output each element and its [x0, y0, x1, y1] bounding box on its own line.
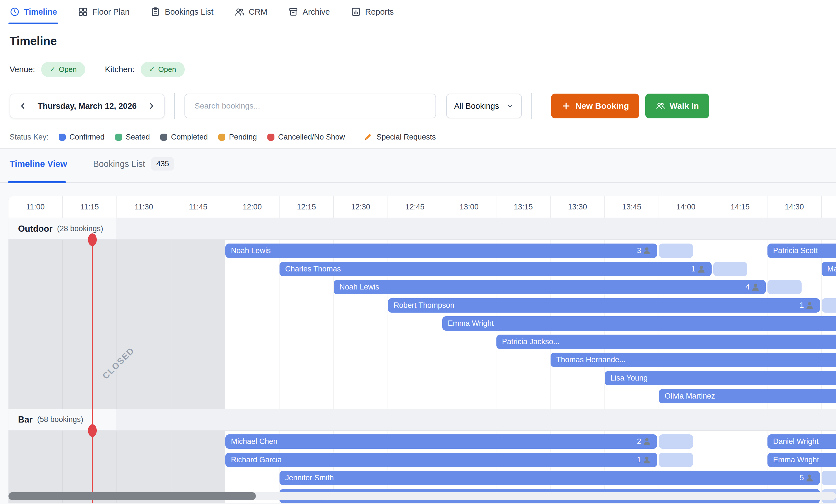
booking-guest-name: Charles Thomas	[285, 265, 691, 273]
plus-icon	[561, 101, 571, 111]
tab-timeline-view[interactable]: Timeline View	[10, 159, 67, 169]
booking-bar[interactable]: Michael Chen2	[225, 434, 658, 449]
closed-area	[8, 240, 225, 409]
time-header-cell: 12:00	[225, 196, 280, 218]
booking-buffer-extension	[713, 262, 747, 276]
section-booking-count: (28 bookings)	[57, 225, 103, 233]
divider	[174, 93, 175, 119]
booking-bar[interactable]: Robert Thompson1	[388, 298, 820, 313]
status-key: Status Key:ConfirmedSeatedCompletedPendi…	[0, 133, 836, 141]
booking-guest-name: Emma Wright	[773, 455, 836, 464]
booking-bar[interactable]: Patricia Jackso...	[496, 335, 836, 349]
chevron-down-icon	[506, 102, 514, 110]
booking-guest-name: Jennifer Smith	[285, 473, 800, 482]
section-label: Outdoor(28 bookings)	[8, 218, 116, 239]
time-header-cell: 13:00	[442, 196, 496, 218]
nav-tab-bookings-list[interactable]: Bookings List	[150, 0, 213, 24]
status-key-item-confirmed: Confirmed	[59, 133, 104, 141]
booking-bar[interactable]: Jennifer Smith5	[280, 471, 820, 485]
guest-icon	[805, 301, 814, 310]
users-icon	[234, 7, 245, 17]
booking-guest-name: Noah Lewis	[231, 246, 637, 255]
time-header-cell	[822, 196, 836, 218]
booking-buffer-extension	[659, 244, 693, 258]
floor-plan-icon	[78, 7, 88, 17]
timeline-workspace: Timeline View Bookings List 435 11:0011:…	[0, 149, 836, 504]
booking-guest-name: Patricia Scott	[773, 246, 836, 255]
check-icon: ✓	[50, 65, 55, 73]
booking-guest-name: Daniel Wright	[773, 437, 836, 446]
guest-icon	[697, 265, 706, 274]
nav-tab-crm[interactable]: CRM	[234, 0, 267, 24]
bookings-filter-select[interactable]: All Bookings	[446, 94, 522, 118]
booking-bar[interactable]: Daniel Wright	[767, 434, 836, 449]
new-booking-button[interactable]: New Booking	[551, 94, 639, 118]
status-key-label: Status Key:	[10, 133, 49, 141]
time-header: 11:0011:1511:3011:4512:0012:1512:3012:45…	[8, 196, 836, 218]
booking-guest-name: Patricia Jackso...	[502, 337, 836, 346]
horizontal-scrollbar-thumb[interactable]	[8, 492, 256, 500]
booking-buffer-extension	[659, 434, 693, 449]
party-size: 3	[637, 246, 651, 255]
nav-tab-archive[interactable]: Archive	[288, 0, 330, 24]
current-date[interactable]: Thursday, March 12, 2026	[27, 101, 147, 111]
guest-icon	[642, 437, 651, 446]
booking-bar[interactable]: Olivia Martinez	[659, 389, 836, 403]
section-header-bar: Bar(58 bookings)	[8, 409, 836, 431]
time-header-cell: 11:00	[8, 196, 63, 218]
party-size: 1	[691, 265, 706, 274]
section-header-outdoor: Outdoor(28 bookings)	[8, 218, 836, 240]
walk-in-users-icon	[656, 101, 665, 111]
booking-bar[interactable]: Charles Thomas1	[280, 262, 711, 276]
guest-icon	[642, 455, 651, 465]
divider	[95, 61, 95, 78]
tab-bookings-list[interactable]: Bookings List 435	[93, 157, 174, 171]
archive-icon	[288, 7, 299, 17]
booking-bar[interactable]: Noah Lewis4	[334, 280, 766, 294]
time-header-cell: 11:45	[171, 196, 225, 218]
guest-icon	[642, 246, 651, 255]
section-label: Bar(58 bookings)	[8, 409, 116, 430]
status-key-item-cancelled-no-show: Cancelled/No Show	[267, 133, 345, 141]
status-dot	[160, 134, 167, 141]
booking-bar[interactable]: Thomas Hernande...	[551, 353, 836, 367]
booking-guest-name: Robert Thompson	[394, 301, 800, 310]
clipboard-icon	[150, 7, 160, 17]
status-dot	[59, 134, 66, 141]
booking-guest-name: Lisa Young	[610, 374, 836, 383]
booking-bar[interactable]: Lisa Young	[605, 371, 836, 385]
nav-tab-timeline[interactable]: Timeline	[10, 0, 57, 24]
party-size: 2	[637, 437, 651, 446]
kitchen-label: Kitchen:	[105, 65, 135, 74]
booking-bar[interactable]: Mat	[822, 262, 836, 276]
booking-app: TimelineFloor PlanBookings ListCRMArchiv…	[0, 0, 836, 504]
booking-bar[interactable]: Noah Lewis3	[225, 244, 658, 258]
booking-bar[interactable]: Emma Wright	[442, 316, 836, 331]
chevron-right-icon[interactable]	[147, 101, 156, 111]
page-title: Timeline	[10, 34, 836, 48]
date-navigator: Thursday, March 12, 2026	[10, 94, 165, 118]
bookings-count-badge: 435	[151, 157, 174, 171]
check-icon: ✓	[149, 65, 155, 73]
nav-tab-reports[interactable]: Reports	[351, 0, 394, 24]
booking-guest-name: Richard Garcia	[231, 455, 637, 464]
search-input[interactable]	[185, 94, 436, 118]
status-dot	[218, 134, 225, 141]
time-header-cell: 12:15	[280, 196, 334, 218]
nav-tab-floor-plan[interactable]: Floor Plan	[78, 0, 130, 24]
booking-bar[interactable]: Patricia Scott	[767, 244, 836, 258]
chevron-left-icon[interactable]	[18, 101, 27, 111]
booking-guest-name: Thomas Hernande...	[556, 355, 836, 364]
party-size: 1	[800, 301, 814, 310]
special-request-pencil-icon	[363, 133, 372, 141]
time-header-cell: 11:15	[63, 196, 117, 218]
booking-bar[interactable]: Emma Wright	[767, 453, 836, 467]
booking-bar[interactable]: Richard Garcia1	[225, 453, 658, 467]
view-tabs: Timeline View Bookings List 435	[0, 149, 836, 183]
party-size: 5	[800, 473, 814, 483]
time-header-cell: 13:45	[605, 196, 659, 218]
status-key-special-requests: Special Requests	[363, 133, 436, 141]
walk-in-button[interactable]: Walk In	[645, 94, 709, 118]
guest-icon	[751, 283, 760, 292]
booking-buffer-extension	[767, 280, 802, 294]
